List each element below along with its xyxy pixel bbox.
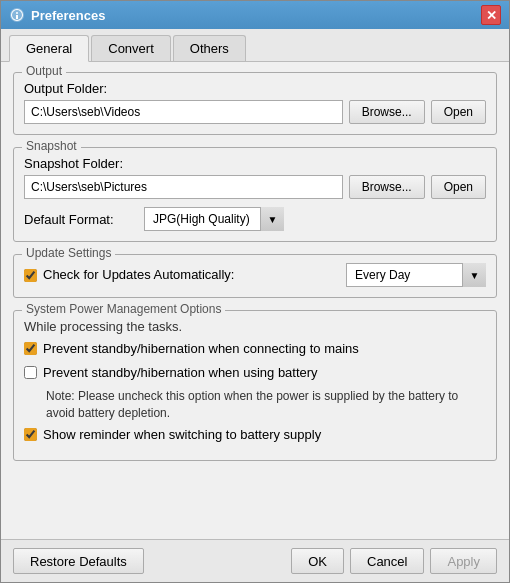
output-group: Output Output Folder: Browse... Open <box>13 72 497 135</box>
output-folder-row: Browse... Open <box>24 100 486 124</box>
snapshot-folder-row: Browse... Open <box>24 175 486 199</box>
snapshot-open-button[interactable]: Open <box>431 175 486 199</box>
update-check-label: Check for Updates Automatically: <box>43 266 346 284</box>
power-option3-label: Show reminder when switching to battery … <box>43 426 321 444</box>
title-bar: Preferences ✕ <box>1 1 509 29</box>
format-select[interactable]: JPG(High Quality) PNG BMP <box>144 207 284 231</box>
ok-button[interactable]: OK <box>291 548 344 574</box>
footer-right: OK Cancel Apply <box>291 548 497 574</box>
update-frequency-wrapper: Every Day Every Week Never ▼ <box>346 263 486 287</box>
tab-content: Output Output Folder: Browse... Open Sna… <box>1 62 509 539</box>
power-note: Note: Please uncheck this option when th… <box>46 388 486 422</box>
snapshot-group-title: Snapshot <box>22 139 81 153</box>
snapshot-group: Snapshot Snapshot Folder: Browse... Open… <box>13 147 497 242</box>
output-folder-input[interactable] <box>24 100 343 124</box>
snapshot-folder-label: Snapshot Folder: <box>24 156 486 171</box>
snapshot-browse-button[interactable]: Browse... <box>349 175 425 199</box>
power-option3-checkbox[interactable] <box>24 428 37 441</box>
power-group-title: System Power Management Options <box>22 302 225 316</box>
power-group: System Power Management Options While pr… <box>13 310 497 461</box>
format-select-wrapper: JPG(High Quality) PNG BMP ▼ <box>144 207 284 231</box>
output-group-title: Output <box>22 64 66 78</box>
update-group: Update Settings Check for Updates Automa… <box>13 254 497 298</box>
update-row: Check for Updates Automatically: Every D… <box>24 263 486 287</box>
power-option2-checkbox[interactable] <box>24 366 37 379</box>
power-option1-label: Prevent standby/hibernation when connect… <box>43 340 359 358</box>
footer-left: Restore Defaults <box>13 548 144 574</box>
update-check-checkbox[interactable] <box>24 269 37 282</box>
power-option3-row: Show reminder when switching to battery … <box>24 426 486 444</box>
tab-convert[interactable]: Convert <box>91 35 171 61</box>
format-row: Default Format: JPG(High Quality) PNG BM… <box>24 207 486 231</box>
output-open-button[interactable]: Open <box>431 100 486 124</box>
update-frequency-select[interactable]: Every Day Every Week Never <box>346 263 486 287</box>
update-group-title: Update Settings <box>22 246 115 260</box>
apply-button[interactable]: Apply <box>430 548 497 574</box>
power-option1-row: Prevent standby/hibernation when connect… <box>24 340 486 358</box>
window-icon <box>9 7 25 23</box>
close-button[interactable]: ✕ <box>481 5 501 25</box>
power-option2-label: Prevent standby/hibernation when using b… <box>43 364 318 382</box>
footer: Restore Defaults OK Cancel Apply <box>1 539 509 582</box>
output-browse-button[interactable]: Browse... <box>349 100 425 124</box>
power-option2-row: Prevent standby/hibernation when using b… <box>24 364 486 382</box>
tab-others[interactable]: Others <box>173 35 246 61</box>
preferences-window: Preferences ✕ General Convert Others Out… <box>0 0 510 583</box>
cancel-button[interactable]: Cancel <box>350 548 424 574</box>
power-sub-label: While processing the tasks. <box>24 319 486 334</box>
window-title: Preferences <box>31 8 481 23</box>
snapshot-folder-input[interactable] <box>24 175 343 199</box>
tab-general[interactable]: General <box>9 35 89 62</box>
restore-defaults-button[interactable]: Restore Defaults <box>13 548 144 574</box>
power-option1-checkbox[interactable] <box>24 342 37 355</box>
tabs-bar: General Convert Others <box>1 29 509 62</box>
format-label: Default Format: <box>24 212 144 227</box>
output-folder-label: Output Folder: <box>24 81 486 96</box>
